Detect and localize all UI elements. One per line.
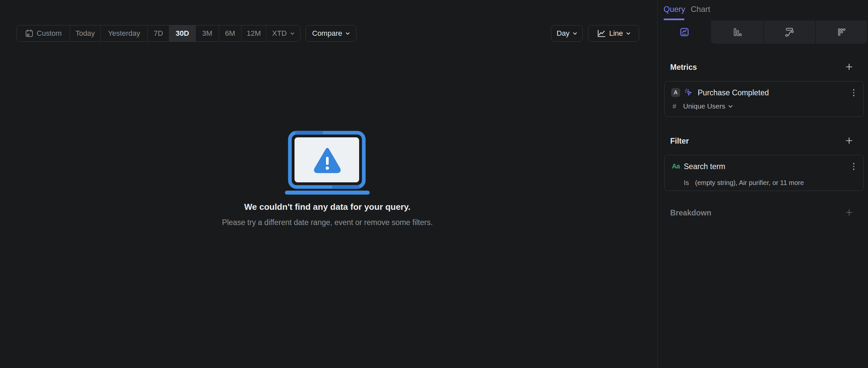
laptop-warning-icon [284,129,370,195]
breakdown-heading: Breakdown [670,208,711,218]
insights-tab[interactable] [658,21,711,44]
tab-chart[interactable]: Chart [691,5,710,14]
metric-card[interactable]: A Purchase Completed # Unique Users [664,81,864,117]
aggregation-prefix: # [673,103,676,110]
metric-event-name[interactable]: Purchase Completed [698,88,769,97]
flows-tab[interactable] [763,21,815,44]
aggregation-label: Unique Users [683,102,725,110]
event-cursor-icon [684,88,693,97]
empty-state: We couldn't find any data for your query… [0,0,655,368]
filter-options-button[interactable] [850,163,858,170]
flows-chart-icon [784,27,795,37]
add-filter-button[interactable] [845,137,853,145]
filter-card[interactable]: Aa Search term Is (empty string), Air pu… [664,155,864,191]
tab-query[interactable]: Query [663,5,685,14]
filter-heading: Filter [670,137,689,145]
string-property-icon: Aa [672,163,680,170]
active-tab-underline [663,19,684,20]
chevron-down-icon [728,105,733,108]
empty-state-title: We couldn't find any data for your query… [0,202,655,212]
query-panel: Query Chart [657,0,868,368]
filter-value[interactable]: (empty string), Air purifier, or 11 more [695,179,804,187]
insights-chart-icon [680,27,689,37]
aggregation-dropdown[interactable]: Unique Users [683,102,733,110]
filter-operator[interactable]: Is [684,179,695,187]
retention-chart-icon [837,27,846,37]
add-breakdown-button[interactable] [845,208,853,216]
metric-letter-badge: A [671,88,680,97]
metrics-heading: Metrics [670,63,697,72]
funnels-tab[interactable] [711,21,763,44]
add-metric-button[interactable] [845,63,853,71]
chart-type-tab-row [658,21,867,44]
funnels-chart-icon [732,27,742,37]
empty-state-subtitle: Please try a different date range, event… [0,218,655,227]
metric-options-button[interactable] [850,89,858,97]
filter-property-name[interactable]: Search term [684,162,725,171]
retention-tab[interactable] [815,21,867,44]
